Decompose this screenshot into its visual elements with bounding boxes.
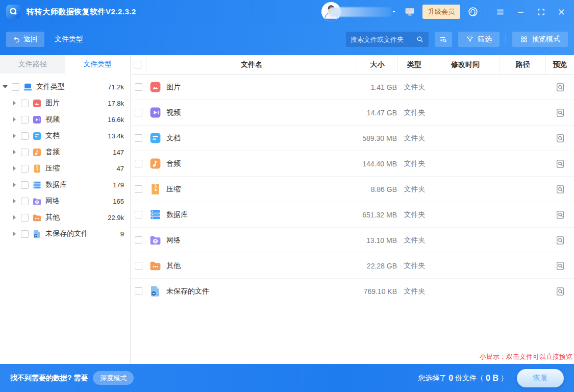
recover-button[interactable]: 恢复 [517,369,564,387]
menu-button[interactable] [493,5,507,18]
table-row[interactable]: 未保存的文件 769.10 KB 文件夹 [131,279,574,304]
database-icon [149,208,162,221]
app-logo-icon [6,5,20,19]
file-type: 文件夹 [398,210,431,219]
tree-item[interactable]: 视频 16.6k [0,111,130,128]
file-name: 数据库 [166,210,188,219]
file-size: 589.30 MB [357,134,398,142]
row-checkbox[interactable] [135,287,142,295]
user-account[interactable] [321,2,397,21]
tree-item[interactable]: 音频 147 [0,144,130,160]
tree-checkbox[interactable] [21,198,29,205]
table-row[interactable]: 图片 1.41 GB 文件夹 [131,75,574,100]
row-checkbox[interactable] [135,83,142,91]
header-preview: 预览 [546,55,574,74]
file-name: 其他 [166,261,181,271]
expand-arrow-icon[interactable] [12,199,19,204]
back-button[interactable]: 返回 [6,32,44,47]
tree-checkbox[interactable] [21,214,29,222]
table-row[interactable]: 数据库 651.32 MB 文件夹 [131,202,574,228]
header-path: 路径 [500,55,546,74]
tree-item-count: 17.8k [108,100,124,107]
preview-mode-button[interactable]: 预览模式 [512,32,568,47]
preview-file-icon[interactable] [555,82,565,92]
search-list-button[interactable] [435,32,452,47]
tree-item-count: 147 [113,149,124,156]
maximize-button[interactable] [534,5,547,18]
row-checkbox[interactable] [135,160,142,167]
preview-file-icon[interactable] [555,184,565,194]
table-row[interactable]: 其他 22.28 GB 文件夹 [131,253,574,279]
tab-file-type[interactable]: 文件类型 [65,55,131,74]
tree-checkbox[interactable] [21,132,29,140]
video-icon [32,115,42,125]
upgrade-member-button[interactable]: 升级会员 [422,5,460,19]
search-box[interactable] [346,32,429,47]
filter-icon [466,35,474,43]
tree-checkbox[interactable] [12,83,19,91]
expand-arrow-icon[interactable] [12,182,19,187]
table-row[interactable]: 文档 589.30 MB 文件夹 [131,126,574,151]
preview-file-icon[interactable] [555,159,565,169]
table-row[interactable]: 音频 144.40 MB 文件夹 [131,151,574,177]
row-checkbox[interactable] [135,262,142,270]
row-checkbox[interactable] [135,185,142,193]
expand-arrow-icon[interactable] [12,166,19,171]
close-button[interactable] [555,5,568,18]
tree-item[interactable]: 压缩 47 [0,160,130,177]
filter-button[interactable]: 筛选 [458,32,500,47]
expand-arrow-icon[interactable] [3,83,10,91]
file-name: 未保存的文件 [166,287,209,296]
tree-item-count: 13.4k [108,132,124,140]
tab-file-path[interactable]: 文件路径 [0,55,65,74]
tree-item[interactable]: 网络 165 [0,193,130,209]
row-checkbox[interactable] [135,109,142,116]
expand-arrow-icon[interactable] [12,215,19,220]
tree-item-count: 71.2k [108,83,124,91]
row-checkbox[interactable] [135,211,142,218]
video-icon [149,106,162,119]
tree-item[interactable]: 未保存的文件 9 [0,226,130,242]
expand-arrow-icon[interactable] [12,231,19,236]
preview-mode-label: 预览模式 [532,35,560,44]
sidebar: 文件路径 文件类型 文件类型 71.2k [0,55,131,364]
table-row[interactable]: 视频 14.47 GB 文件夹 [131,100,574,126]
preview-file-icon[interactable] [555,235,565,246]
row-checkbox[interactable] [135,236,142,244]
preview-file-icon[interactable] [555,261,565,271]
tree-item[interactable]: 图片 17.8k [0,95,130,111]
tree-item[interactable]: 数据库 179 [0,177,130,193]
minimize-button[interactable] [514,5,527,18]
preview-file-icon[interactable] [555,286,565,297]
table-row[interactable]: 网络 13.10 MB 文件夹 [131,228,574,253]
tree-checkbox[interactable] [21,230,29,238]
preview-file-icon[interactable] [555,108,565,118]
file-type-tree: 文件类型 71.2k 图片 17.8k [0,74,130,242]
tree-item[interactable]: 文档 13.4k [0,128,130,144]
tree-item-label: 文档 [45,131,108,140]
tree-item[interactable]: 其他 22.9k [0,209,130,226]
expand-arrow-icon[interactable] [12,150,19,155]
monitor-icon[interactable] [404,6,415,17]
expand-arrow-icon[interactable] [12,133,19,138]
table-row[interactable]: 压缩 8.86 GB 文件夹 [131,177,574,202]
tree-checkbox[interactable] [21,100,29,107]
expand-arrow-icon[interactable] [12,101,19,106]
preview-file-icon[interactable] [555,133,565,143]
select-all-checkbox[interactable] [134,61,141,68]
preview-file-icon[interactable] [555,210,565,220]
tree-checkbox[interactable] [21,165,29,173]
header-time: 修改时间 [431,55,500,74]
file-name: 图片 [166,83,181,92]
tree-checkbox[interactable] [21,181,29,189]
customer-service-icon[interactable] [467,6,479,17]
tree-item[interactable]: 文件类型 71.2k [0,79,130,95]
expand-arrow-icon[interactable] [12,117,19,122]
image-icon [32,99,42,108]
row-checkbox[interactable] [135,134,142,142]
tree-checkbox[interactable] [21,116,29,124]
deep-mode-button[interactable]: 深度模式 [93,371,134,385]
tree-checkbox[interactable] [21,149,29,156]
tree-item-label: 文件类型 [36,82,108,91]
search-input[interactable] [351,36,416,43]
